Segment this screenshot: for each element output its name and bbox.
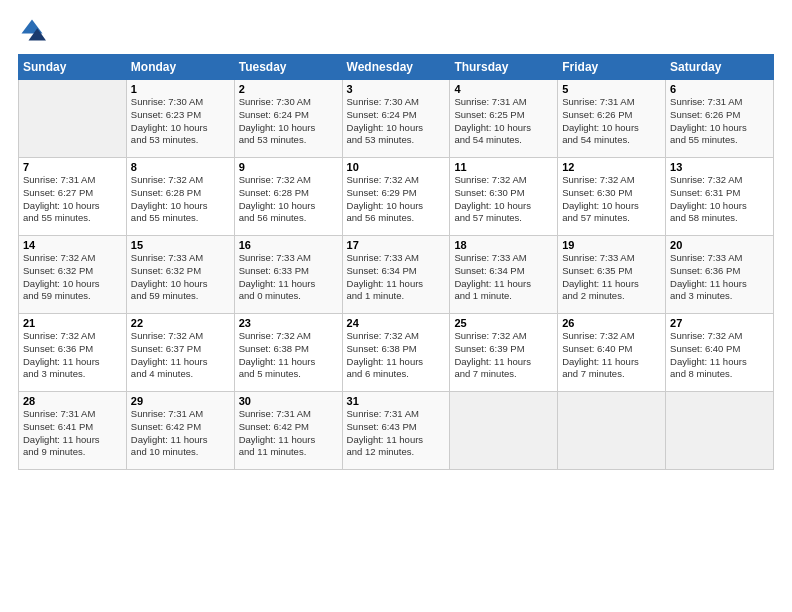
day-cell: 2Sunrise: 7:30 AM Sunset: 6:24 PM Daylig… [234,80,342,158]
day-number: 18 [454,239,553,251]
column-header-sunday: Sunday [19,55,127,80]
day-number: 26 [562,317,661,329]
day-cell: 21Sunrise: 7:32 AM Sunset: 6:36 PM Dayli… [19,314,127,392]
day-info: Sunrise: 7:32 AM Sunset: 6:30 PM Dayligh… [454,174,553,225]
day-number: 27 [670,317,769,329]
day-info: Sunrise: 7:33 AM Sunset: 6:33 PM Dayligh… [239,252,338,303]
day-info: Sunrise: 7:32 AM Sunset: 6:36 PM Dayligh… [23,330,122,381]
day-info: Sunrise: 7:31 AM Sunset: 6:41 PM Dayligh… [23,408,122,459]
day-info: Sunrise: 7:33 AM Sunset: 6:36 PM Dayligh… [670,252,769,303]
day-info: Sunrise: 7:32 AM Sunset: 6:28 PM Dayligh… [239,174,338,225]
day-cell: 30Sunrise: 7:31 AM Sunset: 6:42 PM Dayli… [234,392,342,470]
day-info: Sunrise: 7:32 AM Sunset: 6:40 PM Dayligh… [562,330,661,381]
day-number: 14 [23,239,122,251]
week-row-4: 21Sunrise: 7:32 AM Sunset: 6:36 PM Dayli… [19,314,774,392]
day-number: 10 [347,161,446,173]
day-cell: 10Sunrise: 7:32 AM Sunset: 6:29 PM Dayli… [342,158,450,236]
day-info: Sunrise: 7:31 AM Sunset: 6:43 PM Dayligh… [347,408,446,459]
column-header-thursday: Thursday [450,55,558,80]
day-cell: 27Sunrise: 7:32 AM Sunset: 6:40 PM Dayli… [666,314,774,392]
day-number: 5 [562,83,661,95]
day-cell: 3Sunrise: 7:30 AM Sunset: 6:24 PM Daylig… [342,80,450,158]
day-info: Sunrise: 7:31 AM Sunset: 6:27 PM Dayligh… [23,174,122,225]
day-cell [19,80,127,158]
day-info: Sunrise: 7:32 AM Sunset: 6:31 PM Dayligh… [670,174,769,225]
day-cell: 16Sunrise: 7:33 AM Sunset: 6:33 PM Dayli… [234,236,342,314]
day-info: Sunrise: 7:32 AM Sunset: 6:40 PM Dayligh… [670,330,769,381]
day-number: 3 [347,83,446,95]
day-info: Sunrise: 7:31 AM Sunset: 6:42 PM Dayligh… [239,408,338,459]
day-info: Sunrise: 7:32 AM Sunset: 6:30 PM Dayligh… [562,174,661,225]
logo [18,16,50,44]
day-number: 13 [670,161,769,173]
day-info: Sunrise: 7:32 AM Sunset: 6:37 PM Dayligh… [131,330,230,381]
day-info: Sunrise: 7:32 AM Sunset: 6:29 PM Dayligh… [347,174,446,225]
calendar-header: SundayMondayTuesdayWednesdayThursdayFrid… [19,55,774,80]
day-cell: 9Sunrise: 7:32 AM Sunset: 6:28 PM Daylig… [234,158,342,236]
day-cell: 13Sunrise: 7:32 AM Sunset: 6:31 PM Dayli… [666,158,774,236]
day-cell: 11Sunrise: 7:32 AM Sunset: 6:30 PM Dayli… [450,158,558,236]
day-cell: 29Sunrise: 7:31 AM Sunset: 6:42 PM Dayli… [126,392,234,470]
day-number: 19 [562,239,661,251]
day-info: Sunrise: 7:30 AM Sunset: 6:24 PM Dayligh… [239,96,338,147]
calendar-table: SundayMondayTuesdayWednesdayThursdayFrid… [18,54,774,470]
day-info: Sunrise: 7:32 AM Sunset: 6:39 PM Dayligh… [454,330,553,381]
day-cell [666,392,774,470]
day-cell: 28Sunrise: 7:31 AM Sunset: 6:41 PM Dayli… [19,392,127,470]
day-info: Sunrise: 7:31 AM Sunset: 6:42 PM Dayligh… [131,408,230,459]
day-info: Sunrise: 7:33 AM Sunset: 6:32 PM Dayligh… [131,252,230,303]
day-cell: 4Sunrise: 7:31 AM Sunset: 6:25 PM Daylig… [450,80,558,158]
day-cell: 25Sunrise: 7:32 AM Sunset: 6:39 PM Dayli… [450,314,558,392]
day-number: 17 [347,239,446,251]
day-cell: 19Sunrise: 7:33 AM Sunset: 6:35 PM Dayli… [558,236,666,314]
day-number: 30 [239,395,338,407]
day-cell: 18Sunrise: 7:33 AM Sunset: 6:34 PM Dayli… [450,236,558,314]
day-number: 6 [670,83,769,95]
day-cell: 23Sunrise: 7:32 AM Sunset: 6:38 PM Dayli… [234,314,342,392]
day-cell: 7Sunrise: 7:31 AM Sunset: 6:27 PM Daylig… [19,158,127,236]
day-cell: 12Sunrise: 7:32 AM Sunset: 6:30 PM Dayli… [558,158,666,236]
day-number: 16 [239,239,338,251]
day-number: 20 [670,239,769,251]
calendar-body: 1Sunrise: 7:30 AM Sunset: 6:23 PM Daylig… [19,80,774,470]
week-row-5: 28Sunrise: 7:31 AM Sunset: 6:41 PM Dayli… [19,392,774,470]
day-number: 21 [23,317,122,329]
day-number: 31 [347,395,446,407]
day-cell: 20Sunrise: 7:33 AM Sunset: 6:36 PM Dayli… [666,236,774,314]
day-cell: 31Sunrise: 7:31 AM Sunset: 6:43 PM Dayli… [342,392,450,470]
day-number: 2 [239,83,338,95]
day-info: Sunrise: 7:33 AM Sunset: 6:34 PM Dayligh… [454,252,553,303]
column-header-monday: Monday [126,55,234,80]
day-number: 8 [131,161,230,173]
week-row-2: 7Sunrise: 7:31 AM Sunset: 6:27 PM Daylig… [19,158,774,236]
page-header [18,16,774,44]
day-number: 11 [454,161,553,173]
day-info: Sunrise: 7:31 AM Sunset: 6:26 PM Dayligh… [562,96,661,147]
day-cell: 5Sunrise: 7:31 AM Sunset: 6:26 PM Daylig… [558,80,666,158]
day-number: 28 [23,395,122,407]
day-number: 22 [131,317,230,329]
day-cell: 15Sunrise: 7:33 AM Sunset: 6:32 PM Dayli… [126,236,234,314]
day-info: Sunrise: 7:33 AM Sunset: 6:34 PM Dayligh… [347,252,446,303]
day-cell [450,392,558,470]
day-number: 7 [23,161,122,173]
day-cell: 14Sunrise: 7:32 AM Sunset: 6:32 PM Dayli… [19,236,127,314]
day-number: 9 [239,161,338,173]
column-header-tuesday: Tuesday [234,55,342,80]
day-cell: 1Sunrise: 7:30 AM Sunset: 6:23 PM Daylig… [126,80,234,158]
week-row-1: 1Sunrise: 7:30 AM Sunset: 6:23 PM Daylig… [19,80,774,158]
week-row-3: 14Sunrise: 7:32 AM Sunset: 6:32 PM Dayli… [19,236,774,314]
day-cell: 22Sunrise: 7:32 AM Sunset: 6:37 PM Dayli… [126,314,234,392]
day-number: 4 [454,83,553,95]
day-cell: 24Sunrise: 7:32 AM Sunset: 6:38 PM Dayli… [342,314,450,392]
day-number: 15 [131,239,230,251]
day-number: 23 [239,317,338,329]
day-number: 29 [131,395,230,407]
day-number: 1 [131,83,230,95]
column-header-wednesday: Wednesday [342,55,450,80]
day-info: Sunrise: 7:32 AM Sunset: 6:38 PM Dayligh… [239,330,338,381]
column-header-saturday: Saturday [666,55,774,80]
day-cell: 8Sunrise: 7:32 AM Sunset: 6:28 PM Daylig… [126,158,234,236]
day-info: Sunrise: 7:31 AM Sunset: 6:26 PM Dayligh… [670,96,769,147]
day-cell: 26Sunrise: 7:32 AM Sunset: 6:40 PM Dayli… [558,314,666,392]
